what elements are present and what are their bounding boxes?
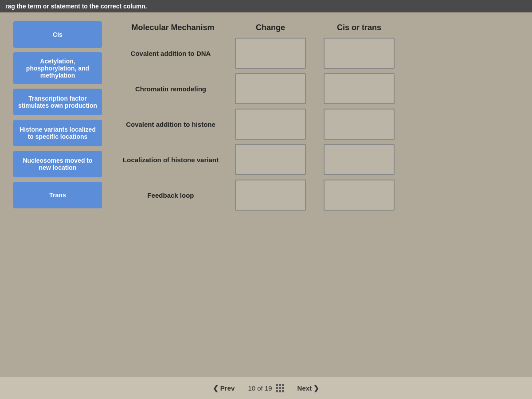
table-area: Molecular Mechanism Change Cis or trans …: [111, 21, 519, 364]
next-chevron-icon: ❯: [313, 384, 319, 392]
col-header-change: Change: [226, 21, 315, 34]
drop-box-cistrans-3[interactable]: [324, 109, 395, 140]
drop-box-change-1[interactable]: [235, 38, 306, 69]
prev-label: Prev: [220, 384, 235, 392]
next-button[interactable]: Next ❯: [297, 384, 320, 392]
table-row: Covalent addition to histone: [115, 109, 519, 140]
drop-box-change-4[interactable]: [235, 144, 306, 175]
mechanism-label-5: Feedback loop: [115, 189, 226, 202]
drop-box-change-2[interactable]: [235, 73, 306, 104]
drag-item-histone[interactable]: Histone variants localized to specific l…: [13, 120, 102, 146]
mechanism-label-4: Localization of histone variant: [115, 153, 226, 166]
instruction-text: rag the term or statement to the correct…: [5, 3, 147, 10]
col-header-mechanism: Molecular Mechanism: [115, 21, 226, 34]
left-column: Cis Acetylation, phosphorylation, and me…: [13, 21, 102, 364]
prev-chevron-icon: ❮: [213, 384, 219, 392]
table-row: Covalent addition to DNA: [115, 38, 519, 69]
mechanism-label-1: Covalent addition to DNA: [115, 47, 226, 60]
drag-item-cis[interactable]: Cis: [13, 21, 102, 48]
page-info: 10 of 19: [248, 384, 284, 392]
grid-icon: [276, 384, 284, 392]
drag-item-acetylation[interactable]: Acetylation, phosphorylation, and methyl…: [13, 52, 102, 84]
drop-box-cistrans-2[interactable]: [324, 73, 395, 104]
bottom-nav: ❮ Prev 10 of 19 Next ❯: [0, 377, 532, 399]
drop-box-cistrans-4[interactable]: [324, 144, 395, 175]
drag-item-nucleosomes[interactable]: Nucleosomes moved to new location: [13, 151, 102, 177]
next-label: Next: [297, 384, 312, 392]
drag-item-trans[interactable]: Trans: [13, 182, 102, 208]
top-bar: rag the term or statement to the correct…: [0, 0, 532, 12]
drop-box-cistrans-1[interactable]: [324, 38, 395, 69]
table-row: Feedback loop: [115, 180, 519, 211]
table-header: Molecular Mechanism Change Cis or trans: [115, 21, 519, 34]
drop-box-change-5[interactable]: [235, 180, 306, 211]
drop-box-cistrans-5[interactable]: [324, 180, 395, 211]
page-number: 10 of 19: [248, 384, 272, 392]
table-row: Localization of histone variant: [115, 144, 519, 175]
col-header-cis-trans: Cis or trans: [315, 21, 403, 34]
table-rows: Covalent addition to DNA Chromatin remod…: [111, 38, 519, 211]
mechanism-label-2: Chromatin remodeling: [115, 82, 226, 95]
mechanism-label-3: Covalent addition to histone: [115, 118, 226, 131]
table-row: Chromatin remodeling: [115, 73, 519, 104]
prev-button[interactable]: ❮ Prev: [213, 384, 235, 392]
drop-box-change-3[interactable]: [235, 109, 306, 140]
drag-item-transcription[interactable]: Transcription factor stimulates own prod…: [13, 89, 102, 115]
